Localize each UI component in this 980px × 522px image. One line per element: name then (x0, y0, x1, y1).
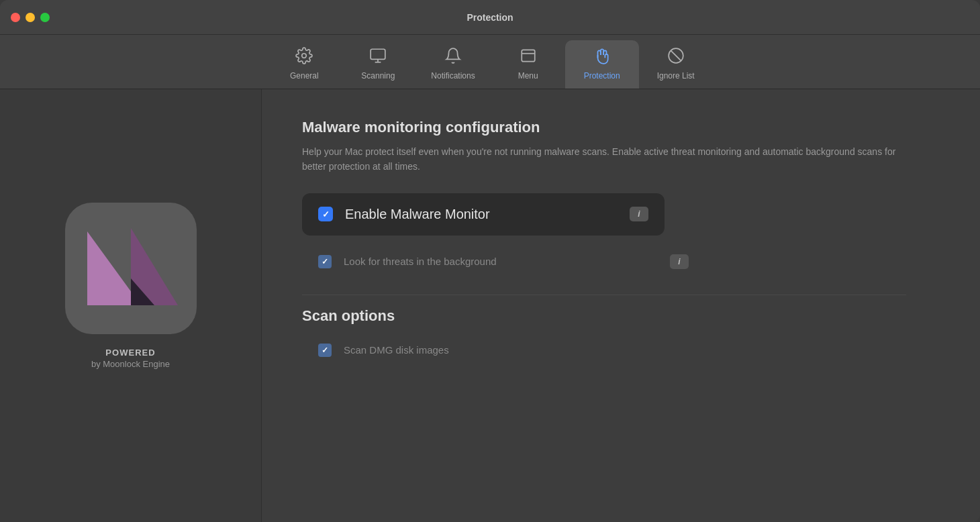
info-icon: i (638, 209, 640, 219)
sidebar: POWERED by Moonlock Engine (0, 89, 262, 522)
engine-label: by Moonlock Engine (91, 359, 170, 369)
powered-label: POWERED (91, 348, 170, 358)
svg-line-8 (671, 50, 681, 60)
monitor-icon (369, 47, 387, 67)
tab-protection-label: Protection (584, 71, 620, 81)
svg-rect-4 (522, 50, 535, 61)
hand-icon (593, 47, 611, 67)
section-title: Malware monitoring configuration (302, 119, 940, 136)
tab-general-label: General (290, 71, 319, 81)
scan-options-title: Scan options (302, 307, 940, 325)
scan-dmg-label: Scan DMG disk images (344, 344, 689, 356)
menu-icon (520, 47, 537, 67)
tab-ignore-list[interactable]: Ignore List (639, 40, 713, 89)
info-icon-2: i (678, 257, 680, 266)
sidebar-powered: POWERED by Moonlock Engine (91, 348, 170, 369)
tab-menu[interactable]: Menu (491, 40, 565, 89)
fullscreen-button[interactable] (40, 13, 50, 22)
scan-dmg-row[interactable]: ✓ Scan DMG disk images (302, 335, 705, 365)
ignore-icon (667, 47, 685, 67)
gear-icon (295, 47, 313, 67)
close-button[interactable] (11, 13, 20, 22)
tab-protection[interactable]: Protection (565, 40, 639, 89)
section-description: Help your Mac protect itself even when y… (302, 144, 906, 174)
tab-menu-label: Menu (518, 71, 538, 81)
tab-ignore-list-label: Ignore List (657, 71, 695, 81)
app-icon (65, 203, 197, 334)
tab-scanning[interactable]: Scanning (341, 40, 415, 89)
checkmark-icon: ✓ (322, 210, 330, 219)
titlebar: Protection (0, 0, 980, 35)
bell-icon (444, 47, 462, 67)
enable-malware-monitor-info-badge[interactable]: i (630, 207, 648, 221)
content-area: POWERED by Moonlock Engine Malware monit… (0, 89, 980, 522)
tab-notifications-label: Notifications (431, 71, 475, 81)
window-title: Protection (467, 12, 513, 23)
tab-general[interactable]: General (267, 40, 341, 89)
section-divider (302, 295, 906, 295)
tab-scanning-label: Scanning (361, 71, 395, 81)
minimize-button[interactable] (26, 13, 35, 22)
enable-malware-monitor-label: Enable Malware Monitor (345, 207, 618, 222)
main-panel: Malware monitoring configuration Help yo… (262, 89, 980, 522)
window-controls (11, 13, 50, 22)
svg-point-0 (302, 54, 307, 58)
toolbar: General Scanning Notifications (0, 35, 980, 89)
checkmark-icon-3: ✓ (322, 346, 328, 354)
look-for-threats-label: Look for threats in the background (344, 256, 658, 267)
look-for-threats-row[interactable]: ✓ Look for threats in the background i (302, 246, 705, 277)
tab-notifications[interactable]: Notifications (415, 40, 491, 89)
look-for-threats-checkbox[interactable]: ✓ (318, 255, 332, 268)
app-logo-svg (77, 218, 185, 319)
enable-malware-monitor-checkbox[interactable]: ✓ (318, 207, 333, 221)
look-for-threats-info-badge[interactable]: i (670, 254, 689, 269)
enable-malware-monitor-row[interactable]: ✓ Enable Malware Monitor i (302, 193, 665, 236)
checkmark-icon-2: ✓ (322, 258, 328, 266)
svg-rect-1 (371, 49, 385, 59)
app-window: Protection General Scanning (0, 0, 980, 522)
scan-dmg-checkbox[interactable]: ✓ (318, 344, 332, 357)
